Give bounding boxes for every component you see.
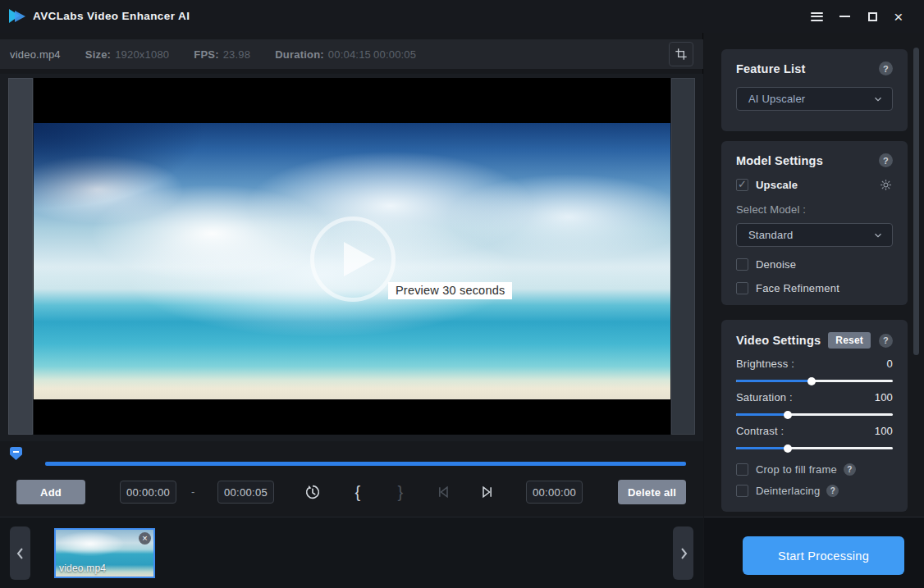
fps-label: FPS:	[194, 48, 218, 61]
saturation-slider-fill	[736, 413, 788, 416]
saturation-value: 100	[875, 391, 893, 403]
video-preview[interactable]: Preview 30 seconds	[34, 78, 670, 435]
playhead-dash-icon	[13, 451, 19, 453]
chevron-down-icon	[872, 93, 884, 105]
clip-thumbnail[interactable]: × video.mp4	[54, 528, 155, 578]
feature-dropdown-value: AI Upscaler	[748, 93, 872, 105]
contrast-slider[interactable]	[736, 447, 893, 449]
set-end-button[interactable]: }	[387, 479, 414, 505]
range-end-input[interactable]	[217, 481, 274, 504]
maximize-button[interactable]	[862, 7, 883, 26]
model-dropdown[interactable]: Standard	[736, 223, 893, 247]
scroll-right-button[interactable]	[673, 526, 693, 580]
feature-dropdown[interactable]: AI Upscaler	[736, 87, 893, 111]
gear-icon[interactable]	[879, 178, 893, 192]
reset-trim-button[interactable]	[300, 479, 326, 505]
crop-icon	[675, 48, 688, 61]
playhead-marker[interactable]	[10, 447, 22, 460]
face-refinement-label: Face Refinement	[756, 282, 839, 294]
add-button[interactable]: Add	[16, 480, 85, 504]
chevron-right-icon	[679, 547, 688, 560]
feature-list-help-icon[interactable]: ?	[879, 62, 893, 75]
duration-label: Duration:	[275, 48, 324, 61]
model-settings-help-icon[interactable]: ?	[879, 153, 893, 167]
menu-button[interactable]	[806, 7, 827, 26]
video-frame-image: Preview 30 seconds	[34, 123, 670, 399]
timeline-controls: Add - { }	[0, 479, 703, 505]
close-icon: ×	[142, 533, 148, 543]
close-icon: ×	[894, 9, 903, 25]
remove-clip-button[interactable]: ×	[139, 532, 151, 545]
duration-extra-value: 00:00:05	[373, 48, 416, 61]
minimize-button[interactable]	[834, 7, 855, 26]
contrast-label: Contrast :	[736, 425, 784, 437]
size-label: Size:	[85, 48, 111, 61]
brightness-label: Brightness :	[736, 358, 794, 370]
face-refinement-checkbox[interactable]	[736, 282, 748, 294]
play-icon	[344, 242, 375, 276]
brightness-slider-fill	[736, 380, 812, 382]
app-window: AVCLabs Video Enhancer AI × video.mp4 Si…	[0, 0, 924, 588]
feature-list-title: Feature List	[736, 62, 879, 75]
crop-to-fill-help-icon[interactable]: ?	[844, 463, 856, 476]
model-dropdown-value: Standard	[748, 229, 872, 241]
fps-value: 23.98	[223, 48, 251, 61]
crop-to-fill-checkbox[interactable]	[736, 463, 748, 476]
model-settings-title: Model Settings	[736, 154, 879, 167]
brightness-value: 0	[887, 358, 893, 370]
saturation-label: Saturation :	[736, 391, 793, 403]
skip-to-end-button[interactable]	[474, 479, 501, 505]
timeline-progress-bar[interactable]	[45, 462, 686, 466]
contrast-slider-thumb[interactable]	[784, 444, 792, 453]
sidebar-scrollbar[interactable]	[913, 46, 919, 513]
upscale-checkbox[interactable]	[736, 179, 748, 191]
sidebar-scrollbar-thumb[interactable]	[913, 48, 919, 355]
chevron-down-icon	[872, 230, 884, 241]
skip-start-icon	[435, 484, 451, 500]
deinterlacing-help-icon[interactable]: ?	[826, 485, 839, 497]
denoise-label: Denoise	[756, 258, 796, 271]
titlebar: AVCLabs Video Enhancer AI ×	[0, 0, 924, 33]
current-time-input[interactable]	[526, 481, 583, 504]
start-processing-button[interactable]: Start Processing	[743, 536, 904, 575]
range-separator: -	[191, 485, 195, 498]
video-info-bar: video.mp4 Size: 1920x1080 FPS: 23.98 Dur…	[0, 39, 703, 69]
brightness-slider[interactable]	[736, 380, 893, 382]
size-value: 1920x1080	[115, 48, 169, 61]
contrast-value: 100	[875, 425, 893, 437]
feature-list-card: Feature List ? AI Upscaler	[721, 49, 908, 131]
deinterlacing-checkbox[interactable]	[736, 485, 748, 497]
set-start-button[interactable]: {	[345, 479, 371, 505]
sidebar-footer: Start Processing	[704, 517, 924, 588]
chevron-left-icon	[16, 547, 25, 560]
denoise-checkbox[interactable]	[736, 258, 748, 271]
reset-button[interactable]: Reset	[828, 332, 871, 349]
skip-end-icon	[479, 484, 496, 500]
scroll-left-button[interactable]	[10, 526, 30, 580]
menu-icon	[811, 10, 823, 23]
window-title: AVCLabs Video Enhancer AI	[33, 10, 190, 22]
close-button[interactable]: ×	[888, 7, 909, 26]
settings-sidebar: Feature List ? AI Upscaler Model Setting…	[704, 33, 924, 588]
preview-overlay-label: Preview 30 seconds	[388, 282, 512, 299]
deinterlacing-label: Deinterlacing	[756, 485, 820, 497]
thumbnail-filename: video.mp4	[59, 563, 106, 574]
contrast-slider-fill	[736, 447, 788, 449]
video-filename: video.mp4	[10, 48, 61, 61]
main-panel: video.mp4 Size: 1920x1080 FPS: 23.98 Dur…	[0, 33, 703, 588]
brightness-slider-thumb[interactable]	[807, 377, 816, 385]
range-start-input[interactable]	[120, 481, 176, 504]
play-button[interactable]	[310, 217, 396, 302]
skip-to-start-button[interactable]	[430, 479, 456, 505]
video-settings-help-icon[interactable]: ?	[879, 334, 893, 348]
saturation-slider[interactable]	[736, 413, 893, 416]
crop-to-fill-label: Crop to fill frame	[756, 463, 837, 476]
crop-button[interactable]	[669, 42, 693, 66]
maximize-icon	[868, 12, 877, 21]
duration-value: 00:04:15	[328, 48, 371, 61]
preview-right-scrollbar[interactable]	[671, 78, 695, 435]
saturation-slider-thumb[interactable]	[784, 411, 792, 419]
preview-left-scrollbar[interactable]	[8, 78, 33, 435]
delete-all-button[interactable]: Delete all	[618, 480, 686, 504]
select-model-label: Select Model :	[736, 203, 893, 216]
